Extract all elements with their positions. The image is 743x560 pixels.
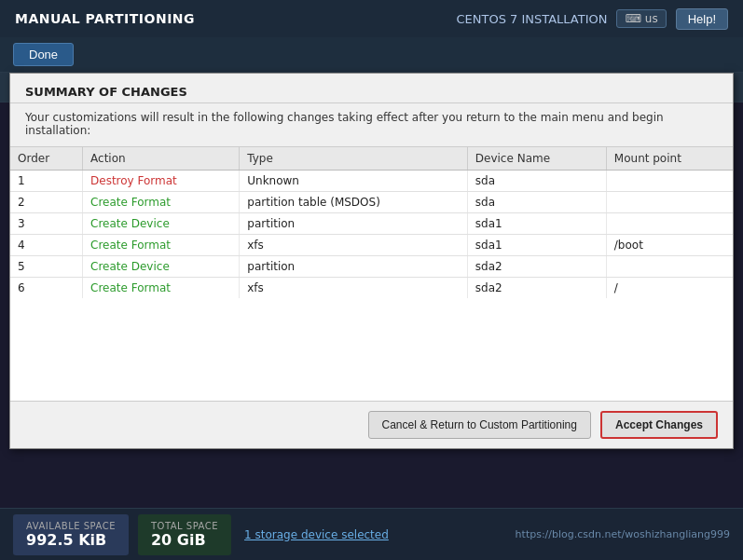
col-action: Action bbox=[83, 147, 240, 171]
second-bar: Done bbox=[0, 37, 743, 73]
keyboard-label: us bbox=[645, 12, 658, 25]
cell-type: partition bbox=[240, 213, 468, 235]
cell-mount bbox=[606, 171, 733, 192]
changes-table: Order Action Type Device Name Mount poin… bbox=[10, 147, 733, 298]
keyboard-icon: ⌨ bbox=[625, 12, 640, 25]
cell-action: Create Format bbox=[83, 235, 240, 256]
modal-description: Your customizations will result in the f… bbox=[10, 103, 733, 147]
cell-device: sda bbox=[467, 192, 606, 213]
table-empty-space bbox=[10, 298, 733, 401]
cell-mount bbox=[606, 192, 733, 213]
keyboard-badge: ⌨ us bbox=[616, 9, 666, 28]
page-title: MANUAL PARTITIONING bbox=[15, 11, 195, 26]
table-row: 6 Create Format xfs sda2 / bbox=[10, 278, 733, 299]
cell-mount bbox=[606, 213, 733, 235]
col-mount: Mount point bbox=[606, 147, 733, 171]
done-button[interactable]: Done bbox=[13, 43, 74, 66]
accept-button[interactable]: Accept Changes bbox=[600, 411, 718, 439]
modal-title: SUMMARY OF CHANGES bbox=[10, 74, 733, 103]
cell-order: 4 bbox=[10, 235, 83, 256]
cell-action: Create Device bbox=[83, 213, 240, 235]
total-label: TOTAL SPACE bbox=[151, 521, 218, 531]
table-row: 1 Destroy Format Unknown sda bbox=[10, 171, 733, 192]
cell-order: 2 bbox=[10, 192, 83, 213]
cell-type: xfs bbox=[240, 235, 468, 256]
url-text: https://blog.csdn.net/woshizhangliang999 bbox=[516, 528, 730, 540]
cell-order: 1 bbox=[10, 171, 83, 192]
col-order: Order bbox=[10, 147, 83, 171]
cell-order: 5 bbox=[10, 256, 83, 278]
cancel-button[interactable]: Cancel & Return to Custom Partitioning bbox=[368, 411, 591, 439]
cell-device: sda1 bbox=[467, 235, 606, 256]
col-type: Type bbox=[240, 147, 468, 171]
cell-mount: /boot bbox=[606, 235, 733, 256]
cell-device: sda2 bbox=[467, 256, 606, 278]
cell-mount: / bbox=[606, 278, 733, 299]
table-row: 5 Create Device partition sda2 bbox=[10, 256, 733, 278]
available-label: AVAILABLE SPACE bbox=[26, 521, 116, 531]
col-device: Device Name bbox=[467, 147, 606, 171]
cell-order: 3 bbox=[10, 213, 83, 235]
table-row: 2 Create Format partition table (MSDOS) … bbox=[10, 192, 733, 213]
cell-order: 6 bbox=[10, 278, 83, 299]
top-bar-right: CENTOS 7 INSTALLATION ⌨ us Help! bbox=[456, 8, 728, 30]
cell-type: Unknown bbox=[240, 171, 468, 192]
cell-device: sda bbox=[467, 171, 606, 192]
storage-device-link[interactable]: 1 storage device selected bbox=[244, 528, 389, 541]
top-bar: MANUAL PARTITIONING CENTOS 7 INSTALLATIO… bbox=[0, 0, 743, 37]
cell-device: sda2 bbox=[467, 278, 606, 299]
cell-action: Create Format bbox=[83, 192, 240, 213]
available-value: 992.5 KiB bbox=[26, 531, 116, 549]
cell-action: Destroy Format bbox=[83, 171, 240, 192]
available-space-badge: AVAILABLE SPACE 992.5 KiB bbox=[13, 514, 129, 555]
cell-type: partition bbox=[240, 256, 468, 278]
modal-buttons: Cancel & Return to Custom Partitioning A… bbox=[10, 401, 733, 448]
cell-device: sda1 bbox=[467, 213, 606, 235]
cell-mount bbox=[606, 256, 733, 278]
cell-action: Create Device bbox=[83, 256, 240, 278]
help-button[interactable]: Help! bbox=[676, 8, 728, 30]
total-value: 20 GiB bbox=[151, 531, 218, 549]
centos-title: CENTOS 7 INSTALLATION bbox=[456, 12, 607, 26]
table-row: 3 Create Device partition sda1 bbox=[10, 213, 733, 235]
cell-type: xfs bbox=[240, 278, 468, 299]
cell-action: Create Format bbox=[83, 278, 240, 299]
table-row: 4 Create Format xfs sda1 /boot bbox=[10, 235, 733, 256]
cell-type: partition table (MSDOS) bbox=[240, 192, 468, 213]
total-space-badge: TOTAL SPACE 20 GiB bbox=[138, 514, 231, 555]
bottom-bar: AVAILABLE SPACE 992.5 KiB TOTAL SPACE 20… bbox=[0, 508, 743, 560]
summary-modal: SUMMARY OF CHANGES Your customizations w… bbox=[9, 73, 734, 449]
